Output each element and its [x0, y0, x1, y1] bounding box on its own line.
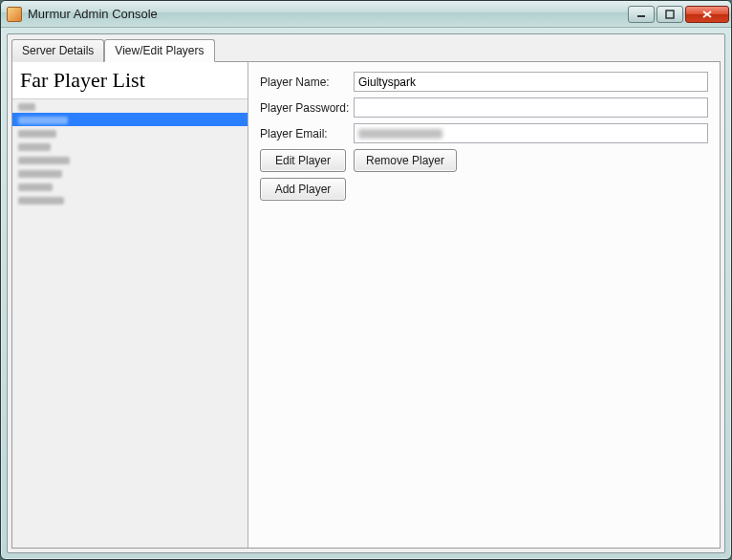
tab-panel: Far Player List Player Name: Player Pass… [11, 61, 721, 549]
remove-player-button[interactable]: Remove Player [354, 149, 457, 172]
tab-strip: Server Details View/Edit Players [11, 38, 721, 61]
blurred-player-name [18, 130, 56, 138]
blurred-player-name [18, 183, 53, 191]
close-icon [701, 10, 713, 19]
close-button[interactable] [685, 6, 729, 23]
list-item[interactable] [12, 140, 248, 153]
button-row-2: Add Player [260, 178, 708, 201]
app-window: Murmur Admin Console Server Details View… [0, 0, 732, 560]
label-player-password: Player Password: [260, 101, 354, 115]
list-item[interactable] [12, 180, 248, 193]
player-form-pane: Player Name: Player Password: Player Ema… [248, 62, 720, 548]
window-controls [628, 6, 729, 23]
client-area: Server Details View/Edit Players Far Pla… [7, 33, 725, 553]
list-item[interactable] [12, 193, 248, 206]
maximize-icon [665, 10, 675, 19]
player-list[interactable] [12, 99, 248, 548]
minimize-button[interactable] [628, 6, 655, 23]
row-player-name: Player Name: [260, 72, 708, 92]
window-title: Murmur Admin Console [28, 7, 628, 21]
player-name-field[interactable] [354, 72, 708, 92]
edit-player-button[interactable]: Edit Player [260, 149, 346, 172]
blurred-player-name [18, 197, 64, 205]
player-list-pane: Far Player List [12, 62, 248, 548]
blurred-player-name [18, 157, 70, 164]
titlebar[interactable]: Murmur Admin Console [1, 1, 731, 28]
tab-view-edit-players[interactable]: View/Edit Players [104, 39, 214, 62]
player-list-header: Far Player List [12, 62, 248, 99]
blurred-player-name [18, 103, 35, 111]
blurred-player-name [18, 117, 68, 124]
row-player-password: Player Password: [260, 97, 708, 118]
add-player-button[interactable]: Add Player [260, 178, 346, 201]
label-player-email: Player Email: [260, 127, 354, 140]
row-player-email: Player Email: [260, 123, 708, 143]
list-item[interactable] [12, 153, 248, 166]
tab-server-details[interactable]: Server Details [11, 39, 104, 62]
blurred-player-name [18, 170, 62, 178]
label-player-name: Player Name: [260, 75, 354, 89]
list-item[interactable] [12, 99, 248, 113]
blurred-email-text [358, 129, 442, 139]
button-row-1: Edit Player Remove Player [260, 149, 708, 172]
maximize-button[interactable] [657, 6, 683, 23]
minimize-icon [636, 10, 646, 19]
svg-rect-1 [666, 11, 674, 18]
blurred-player-name [18, 143, 51, 151]
player-email-field[interactable] [354, 123, 708, 143]
list-item[interactable] [12, 166, 248, 180]
list-item[interactable] [12, 113, 248, 126]
player-password-field[interactable] [354, 97, 708, 118]
list-item[interactable] [12, 126, 248, 140]
app-icon [7, 7, 22, 22]
